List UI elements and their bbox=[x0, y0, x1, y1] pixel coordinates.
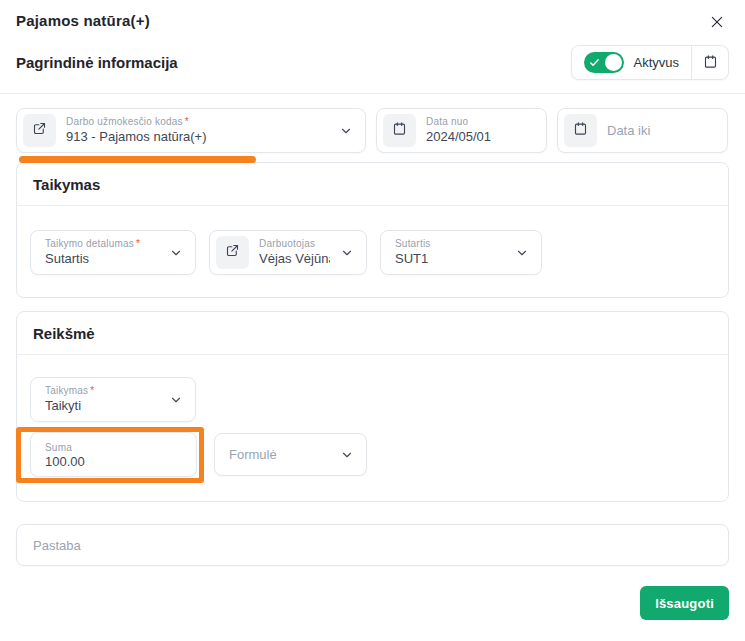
check-icon bbox=[589, 57, 600, 68]
chevron-down-icon bbox=[339, 124, 353, 138]
darbuotojas-label: Darbuotojas bbox=[259, 237, 330, 250]
calendar-icon bbox=[703, 54, 718, 72]
chevron-down-icon bbox=[169, 393, 183, 407]
date-to-calendar-button[interactable] bbox=[564, 114, 597, 147]
main-fields-row: Darbo užmokesčio kodas* 913 - Pajamos na… bbox=[16, 108, 729, 153]
date-from-label: Data nuo bbox=[426, 115, 534, 128]
required-mark: * bbox=[90, 385, 94, 396]
taikymas-fields-row: Taikymo detalumas* Sutartis Darbuotojas … bbox=[17, 206, 728, 297]
pastaba-input[interactable] bbox=[31, 537, 714, 554]
taikymas-title: Taikymas bbox=[17, 163, 728, 206]
suma-field[interactable]: Suma bbox=[30, 432, 197, 477]
salary-code-select[interactable]: Darbo užmokesčio kodas* 913 - Pajamos na… bbox=[16, 108, 366, 153]
external-link-icon bbox=[32, 121, 47, 140]
salary-code-label: Darbo užmokesčio kodas* bbox=[66, 115, 329, 128]
date-from-calendar-button[interactable] bbox=[383, 114, 416, 147]
modal-title: Pajamos natūra(+) bbox=[16, 12, 150, 29]
date-from-value: 2024/05/01 bbox=[426, 128, 534, 146]
main-info-title: Pagrindinė informacija bbox=[16, 54, 178, 71]
formule-placeholder: Formulė bbox=[229, 447, 277, 462]
darbuotojas-value: Vėjas Vėjūnas bbox=[259, 250, 330, 268]
close-button[interactable] bbox=[707, 12, 727, 32]
close-icon bbox=[709, 18, 725, 33]
save-button[interactable]: Išsaugoti bbox=[640, 586, 729, 620]
active-toggle[interactable]: Aktyvus bbox=[572, 46, 691, 79]
calendar-icon bbox=[392, 121, 407, 140]
sutartis-texts: Sutartis SUT1 bbox=[395, 237, 505, 268]
date-to-placeholder: Data iki bbox=[607, 123, 650, 138]
darbuotojas-select[interactable]: Darbuotojas Vėjas Vėjūnas bbox=[209, 230, 367, 275]
active-toggle-label: Aktyvus bbox=[633, 55, 679, 70]
header-divider bbox=[0, 93, 745, 94]
taikymas-label: Taikymas* bbox=[45, 384, 159, 397]
date-from-field[interactable]: Data nuo 2024/05/01 bbox=[376, 108, 547, 153]
taikymo-detalumas-value: Sutartis bbox=[45, 250, 159, 268]
taikymo-detalumas-texts: Taikymo detalumas* Sutartis bbox=[45, 237, 159, 268]
subheader: Pagrindinė informacija Aktyvus bbox=[16, 45, 729, 80]
suma-texts: Suma bbox=[45, 441, 184, 469]
chevron-down-icon bbox=[169, 246, 183, 260]
taikymas-value: Taikyti bbox=[45, 397, 159, 415]
suma-input[interactable] bbox=[45, 454, 184, 469]
actions-row: Išsaugoti bbox=[16, 586, 729, 620]
pastaba-field[interactable] bbox=[16, 524, 729, 566]
suma-annotation-wrap: Suma bbox=[30, 432, 197, 477]
darbuotojas-texts: Darbuotojas Vėjas Vėjūnas bbox=[259, 237, 330, 268]
reiksme-card: Reikšmė Taikymas* Taikyti Suma bbox=[16, 311, 729, 502]
suma-label: Suma bbox=[45, 441, 184, 454]
sutartis-label: Sutartis bbox=[395, 237, 505, 250]
toggle-knob[interactable] bbox=[605, 54, 622, 71]
chevron-down-icon bbox=[340, 448, 354, 462]
modal-header: Pajamos natūra(+) bbox=[0, 0, 745, 32]
salary-code-value: 913 - Pajamos natūra(+) bbox=[66, 128, 329, 146]
formule-select[interactable]: Formulė bbox=[214, 433, 367, 476]
reiksme-title: Reikšmė bbox=[17, 312, 728, 355]
modal-pajamos-natura: Pajamos natūra(+) Pagrindinė informacija… bbox=[0, 0, 745, 641]
taikymo-detalumas-select[interactable]: Taikymo detalumas* Sutartis bbox=[30, 230, 196, 275]
required-mark: * bbox=[136, 238, 140, 249]
required-mark: * bbox=[185, 116, 189, 127]
salary-code-texts: Darbo užmokesčio kodas* 913 - Pajamos na… bbox=[66, 115, 329, 146]
chevron-down-icon bbox=[340, 246, 354, 260]
active-toggle-card: Aktyvus bbox=[571, 45, 729, 80]
open-darbuotojas-button[interactable] bbox=[216, 236, 249, 269]
date-from-texts: Data nuo 2024/05/01 bbox=[426, 115, 534, 146]
history-calendar-button[interactable] bbox=[691, 46, 728, 79]
taikymo-detalumas-label: Taikymo detalumas* bbox=[45, 237, 159, 250]
chevron-down-icon bbox=[515, 246, 529, 260]
date-to-field[interactable]: Data iki bbox=[557, 108, 728, 153]
annotation-underline bbox=[19, 156, 256, 163]
taikymas-card: Taikymas Taikymo detalumas* Sutartis bbox=[16, 162, 729, 298]
sutartis-select[interactable]: Sutartis SUT1 bbox=[380, 230, 542, 275]
taikymas-select[interactable]: Taikymas* Taikyti bbox=[30, 377, 196, 422]
toggle-switch[interactable] bbox=[584, 52, 624, 73]
taikymas-texts: Taikymas* Taikyti bbox=[45, 384, 159, 415]
open-salary-code-button[interactable] bbox=[23, 114, 56, 147]
external-link-icon bbox=[225, 243, 240, 262]
suma-row: Suma Formulė bbox=[30, 432, 715, 477]
calendar-icon bbox=[573, 121, 588, 140]
reiksme-fields: Taikymas* Taikyti Suma bbox=[17, 355, 728, 501]
sutartis-value: SUT1 bbox=[395, 250, 505, 268]
